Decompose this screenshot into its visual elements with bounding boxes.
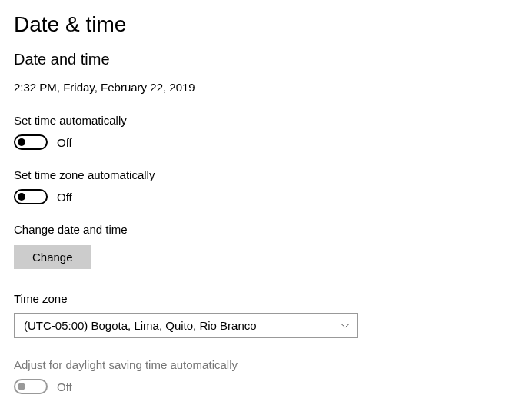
set-timezone-auto-toggle[interactable] — [14, 189, 48, 204]
timezone-group: Time zone (UTC-05:00) Bogota, Lima, Quit… — [14, 292, 518, 338]
change-datetime-group: Change date and time Change — [14, 223, 518, 269]
set-timezone-auto-group: Set time zone automatically Off — [14, 168, 518, 204]
timezone-selected: (UTC-05:00) Bogota, Lima, Quito, Rio Bra… — [24, 319, 257, 332]
current-datetime: 2:32 PM, Friday, February 22, 2019 — [14, 81, 518, 94]
set-time-auto-label: Set time automatically — [14, 114, 518, 127]
change-datetime-label: Change date and time — [14, 223, 518, 236]
dst-label: Adjust for daylight saving time automati… — [14, 358, 518, 371]
set-timezone-auto-state: Off — [57, 191, 72, 204]
timezone-label: Time zone — [14, 292, 518, 305]
change-button[interactable]: Change — [14, 245, 91, 269]
toggle-knob-icon — [18, 138, 25, 146]
toggle-knob-icon — [18, 193, 25, 201]
page-title: Date & time — [14, 12, 518, 37]
dst-group: Adjust for daylight saving time automati… — [14, 358, 518, 394]
chevron-down-icon — [341, 321, 350, 330]
set-time-auto-toggle[interactable] — [14, 134, 48, 150]
set-time-auto-state: Off — [57, 136, 72, 149]
set-timezone-auto-label: Set time zone automatically — [14, 168, 518, 181]
section-title: Date and time — [14, 51, 518, 68]
toggle-knob-icon — [18, 383, 25, 390]
timezone-dropdown[interactable]: (UTC-05:00) Bogota, Lima, Quito, Rio Bra… — [14, 313, 358, 338]
dst-state: Off — [57, 380, 72, 393]
set-time-auto-group: Set time automatically Off — [14, 114, 518, 150]
dst-toggle — [14, 379, 48, 394]
